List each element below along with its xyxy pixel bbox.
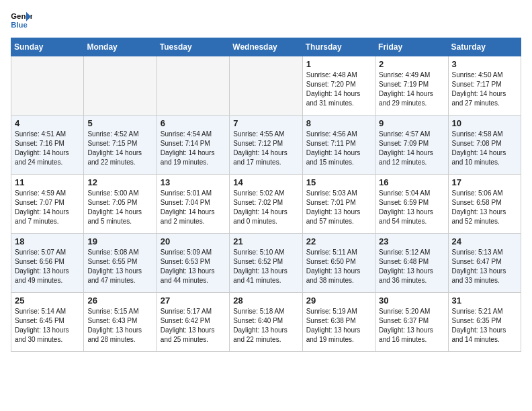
day-info: Sunrise: 5:21 AM Sunset: 6:35 PM Dayligh… (452, 307, 517, 345)
calendar-cell: 11Sunrise: 4:59 AM Sunset: 7:07 PM Dayli… (11, 175, 84, 234)
calendar-cell: 17Sunrise: 5:06 AM Sunset: 6:58 PM Dayli… (448, 175, 521, 234)
calendar-cell: 16Sunrise: 5:04 AM Sunset: 6:59 PM Dayli… (375, 175, 448, 234)
calendar-body: 1Sunrise: 4:48 AM Sunset: 7:20 PM Daylig… (11, 56, 521, 352)
calendar-cell: 27Sunrise: 5:17 AM Sunset: 6:42 PM Dayli… (157, 293, 229, 352)
day-number: 29 (306, 295, 371, 306)
day-number: 13 (161, 177, 226, 187)
calendar-cell: 14Sunrise: 5:02 AM Sunset: 7:02 PM Dayli… (230, 175, 302, 234)
day-info: Sunrise: 5:17 AM Sunset: 6:42 PM Dayligh… (161, 307, 226, 345)
day-number: 7 (233, 118, 298, 128)
calendar-cell: 2Sunrise: 4:49 AM Sunset: 7:19 PM Daylig… (375, 56, 448, 116)
day-info: Sunrise: 4:52 AM Sunset: 7:15 PM Dayligh… (87, 130, 152, 167)
calendar-cell: 4Sunrise: 4:51 AM Sunset: 7:16 PM Daylig… (11, 116, 84, 175)
day-number: 21 (233, 236, 298, 246)
day-info: Sunrise: 4:59 AM Sunset: 7:07 PM Dayligh… (15, 189, 80, 226)
day-info: Sunrise: 5:03 AM Sunset: 7:01 PM Dayligh… (306, 189, 371, 226)
day-info: Sunrise: 4:51 AM Sunset: 7:16 PM Dayligh… (15, 130, 80, 167)
page-header: General Blue (11, 11, 521, 30)
day-info: Sunrise: 5:07 AM Sunset: 6:56 PM Dayligh… (15, 248, 80, 285)
day-info: Sunrise: 5:04 AM Sunset: 6:59 PM Dayligh… (379, 189, 444, 226)
day-number: 4 (15, 118, 80, 128)
day-number: 10 (452, 118, 517, 128)
day-info: Sunrise: 5:18 AM Sunset: 6:40 PM Dayligh… (233, 307, 298, 345)
calendar-cell (230, 56, 302, 116)
svg-text:Blue: Blue (11, 21, 28, 29)
calendar-cell: 8Sunrise: 4:56 AM Sunset: 7:11 PM Daylig… (302, 116, 375, 175)
day-info: Sunrise: 4:58 AM Sunset: 7:08 PM Dayligh… (452, 130, 517, 167)
calendar-cell: 26Sunrise: 5:15 AM Sunset: 6:43 PM Dayli… (84, 293, 157, 352)
calendar-cell: 5Sunrise: 4:52 AM Sunset: 7:15 PM Daylig… (84, 116, 157, 175)
day-number: 17 (452, 177, 517, 187)
day-number: 2 (379, 59, 444, 69)
day-number: 30 (379, 295, 444, 306)
day-info: Sunrise: 5:14 AM Sunset: 6:45 PM Dayligh… (15, 307, 80, 345)
day-number: 22 (306, 236, 371, 246)
weekday-header-row: SundayMondayTuesdayWednesdayThursdayFrid… (11, 38, 521, 56)
calendar-week-row: 4Sunrise: 4:51 AM Sunset: 7:16 PM Daylig… (11, 116, 521, 175)
calendar-cell: 15Sunrise: 5:03 AM Sunset: 7:01 PM Dayli… (302, 175, 375, 234)
calendar-cell: 22Sunrise: 5:11 AM Sunset: 6:50 PM Dayli… (302, 234, 375, 293)
day-info: Sunrise: 5:02 AM Sunset: 7:02 PM Dayligh… (233, 189, 298, 226)
day-number: 26 (87, 295, 152, 306)
day-info: Sunrise: 5:20 AM Sunset: 6:37 PM Dayligh… (379, 307, 444, 345)
weekday-header-tuesday: Tuesday (157, 38, 229, 56)
calendar-cell (11, 56, 84, 116)
calendar-cell: 29Sunrise: 5:19 AM Sunset: 6:38 PM Dayli… (302, 293, 375, 352)
day-info: Sunrise: 4:54 AM Sunset: 7:14 PM Dayligh… (161, 130, 226, 167)
day-info: Sunrise: 5:10 AM Sunset: 6:52 PM Dayligh… (233, 248, 298, 285)
weekday-header-saturday: Saturday (448, 38, 521, 56)
day-info: Sunrise: 5:12 AM Sunset: 6:48 PM Dayligh… (379, 248, 444, 285)
calendar-cell (84, 56, 157, 116)
calendar-cell: 10Sunrise: 4:58 AM Sunset: 7:08 PM Dayli… (448, 116, 521, 175)
logo-icon: General Blue (11, 11, 32, 30)
calendar-header: SundayMondayTuesdayWednesdayThursdayFrid… (11, 38, 521, 56)
day-number: 28 (233, 295, 298, 306)
day-number: 8 (306, 118, 371, 128)
day-info: Sunrise: 4:57 AM Sunset: 7:09 PM Dayligh… (379, 130, 444, 167)
weekday-header-sunday: Sunday (11, 38, 84, 56)
day-number: 11 (15, 177, 80, 187)
calendar-week-row: 1Sunrise: 4:48 AM Sunset: 7:20 PM Daylig… (11, 56, 521, 116)
calendar-cell: 19Sunrise: 5:08 AM Sunset: 6:55 PM Dayli… (84, 234, 157, 293)
calendar-cell: 6Sunrise: 4:54 AM Sunset: 7:14 PM Daylig… (157, 116, 229, 175)
day-info: Sunrise: 5:01 AM Sunset: 7:04 PM Dayligh… (161, 189, 226, 226)
day-number: 20 (161, 236, 226, 246)
day-info: Sunrise: 5:13 AM Sunset: 6:47 PM Dayligh… (452, 248, 517, 285)
day-number: 6 (161, 118, 226, 128)
calendar-cell: 1Sunrise: 4:48 AM Sunset: 7:20 PM Daylig… (302, 56, 375, 116)
weekday-header-monday: Monday (84, 38, 157, 56)
day-number: 31 (452, 295, 517, 306)
day-info: Sunrise: 5:06 AM Sunset: 6:58 PM Dayligh… (452, 189, 517, 226)
day-number: 9 (379, 118, 444, 128)
calendar-cell (157, 56, 229, 116)
weekday-header-thursday: Thursday (302, 38, 375, 56)
calendar-cell: 7Sunrise: 4:55 AM Sunset: 7:12 PM Daylig… (230, 116, 302, 175)
day-number: 3 (452, 59, 517, 69)
day-info: Sunrise: 5:09 AM Sunset: 6:53 PM Dayligh… (161, 248, 226, 285)
day-number: 25 (15, 295, 80, 306)
day-number: 27 (161, 295, 226, 306)
day-number: 24 (452, 236, 517, 246)
day-number: 14 (233, 177, 298, 187)
calendar-week-row: 25Sunrise: 5:14 AM Sunset: 6:45 PM Dayli… (11, 293, 521, 352)
day-info: Sunrise: 4:56 AM Sunset: 7:11 PM Dayligh… (306, 130, 371, 167)
calendar-week-row: 11Sunrise: 4:59 AM Sunset: 7:07 PM Dayli… (11, 175, 521, 234)
day-info: Sunrise: 5:11 AM Sunset: 6:50 PM Dayligh… (306, 248, 371, 285)
day-info: Sunrise: 5:08 AM Sunset: 6:55 PM Dayligh… (87, 248, 152, 285)
calendar-cell: 20Sunrise: 5:09 AM Sunset: 6:53 PM Dayli… (157, 234, 229, 293)
weekday-header-wednesday: Wednesday (230, 38, 302, 56)
day-number: 1 (306, 59, 371, 69)
calendar-cell: 9Sunrise: 4:57 AM Sunset: 7:09 PM Daylig… (375, 116, 448, 175)
day-number: 18 (15, 236, 80, 246)
day-number: 19 (87, 236, 152, 246)
day-number: 5 (87, 118, 152, 128)
logo: General Blue (11, 11, 35, 30)
calendar-table: SundayMondayTuesdayWednesdayThursdayFrid… (11, 38, 521, 352)
weekday-header-friday: Friday (375, 38, 448, 56)
calendar-cell: 30Sunrise: 5:20 AM Sunset: 6:37 PM Dayli… (375, 293, 448, 352)
calendar-cell: 13Sunrise: 5:01 AM Sunset: 7:04 PM Dayli… (157, 175, 229, 234)
calendar-cell: 12Sunrise: 5:00 AM Sunset: 7:05 PM Dayli… (84, 175, 157, 234)
calendar-cell: 21Sunrise: 5:10 AM Sunset: 6:52 PM Dayli… (230, 234, 302, 293)
calendar-week-row: 18Sunrise: 5:07 AM Sunset: 6:56 PM Dayli… (11, 234, 521, 293)
day-info: Sunrise: 4:48 AM Sunset: 7:20 PM Dayligh… (306, 71, 371, 108)
